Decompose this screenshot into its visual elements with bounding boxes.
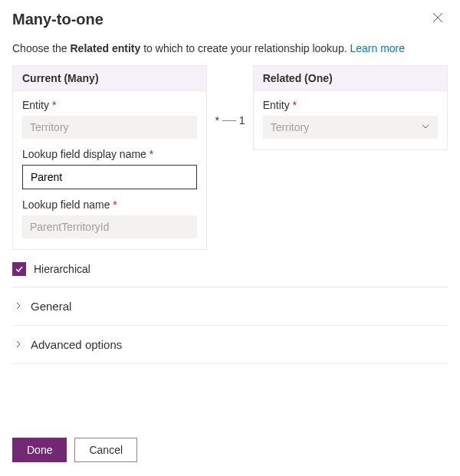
cancel-button[interactable]: Cancel: [74, 438, 137, 462]
connector-line: [222, 120, 236, 121]
desc-prefix: Choose the: [12, 42, 71, 54]
section-general[interactable]: General: [12, 287, 448, 326]
current-card: Current (Many) Entity * Territory Lookup…: [12, 65, 207, 250]
related-entity-label: Entity *: [263, 99, 438, 111]
current-heading: Current (Many): [13, 66, 206, 91]
desc-bold: Related entity: [71, 42, 141, 54]
lookup-name-label: Lookup field name *: [22, 199, 197, 211]
cardinality-many: *: [215, 114, 219, 126]
current-entity-value: Territory: [22, 116, 197, 139]
hierarchical-checkbox[interactable]: [12, 262, 26, 276]
done-button[interactable]: Done: [12, 438, 67, 462]
desc-rest: to which to create your relationship loo…: [140, 42, 350, 54]
hierarchical-label: Hierarchical: [34, 263, 90, 275]
description-text: Choose the Related entity to which to cr…: [12, 42, 448, 54]
chevron-right-icon: [14, 300, 23, 313]
relationship-connector: * 1: [207, 105, 252, 136]
related-heading: Related (One): [254, 66, 447, 91]
learn-more-link[interactable]: Learn more: [350, 42, 405, 54]
lookup-name-value: ParentTerritoryId: [22, 215, 197, 238]
related-card: Related (One) Entity * Territory: [253, 65, 448, 150]
cardinality-one: 1: [239, 114, 245, 126]
display-name-label: Lookup field display name *: [22, 148, 197, 160]
page-title: Many-to-one: [12, 11, 104, 28]
section-advanced-label: Advanced options: [31, 338, 122, 351]
chevron-right-icon: [14, 338, 23, 351]
display-name-input[interactable]: [22, 165, 197, 189]
related-entity-select[interactable]: Territory: [263, 116, 438, 139]
current-entity-label: Entity *: [22, 99, 197, 111]
section-advanced[interactable]: Advanced options: [12, 326, 448, 364]
related-entity-value: Territory: [271, 121, 310, 133]
chevron-down-icon: [421, 121, 430, 133]
close-icon[interactable]: [428, 11, 448, 27]
section-general-label: General: [31, 300, 71, 313]
